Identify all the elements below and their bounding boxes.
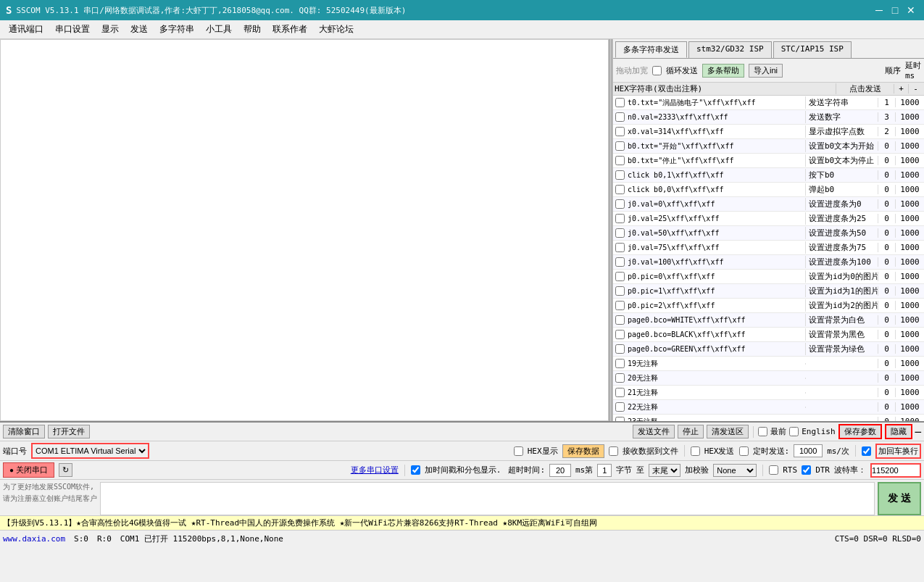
last-checkbox[interactable] <box>758 427 767 436</box>
multi-help-button[interactable]: 多条帮助 <box>702 64 744 78</box>
row-hex-20[interactable]: 21无注释 <box>626 387 805 399</box>
save-params-button[interactable]: 保存参数 <box>838 424 882 439</box>
row-checkbox-19[interactable] <box>613 373 626 383</box>
expand-icon[interactable]: ─ <box>915 426 921 438</box>
recv-to-file-checkbox[interactable] <box>609 446 618 456</box>
row-hex-10[interactable]: j0.val=75\xff\xff\xff <box>626 243 805 252</box>
send-button[interactable]: 发 送 <box>878 482 921 515</box>
row-checkbox-7[interactable] <box>613 199 626 209</box>
row-checkbox-0[interactable] <box>613 98 626 107</box>
row-hex-7[interactable]: j0.val=0\xff\xff\xff <box>626 199 805 209</box>
row-hex-1[interactable]: n0.val=2333\xff\xff\xff <box>626 112 805 122</box>
row-checkbox-9[interactable] <box>613 228 626 238</box>
row-hex-11[interactable]: j0.val=100\xff\xff\xff <box>626 257 805 267</box>
byte-start-input[interactable] <box>597 464 612 477</box>
menu-item-串口设置[interactable]: 串口设置 <box>49 21 96 38</box>
stop-button[interactable]: 停止 <box>678 425 704 438</box>
close-port-button[interactable]: ● 关闭串口 <box>3 462 54 478</box>
row-checkbox-18[interactable] <box>613 359 626 368</box>
menu-item-通讯端口[interactable]: 通讯端口 <box>3 21 49 38</box>
baud-input[interactable] <box>870 463 921 478</box>
row-checkbox-15[interactable] <box>613 315 626 325</box>
row-hex-13[interactable]: p0.pic=1\xff\xff\xff <box>626 286 805 296</box>
row-checkbox-13[interactable] <box>613 286 626 296</box>
row-hex-9[interactable]: j0.val=50\xff\xff\xff <box>626 228 805 238</box>
tab-stm32[interactable]: stm32/GD32 ISP <box>688 41 772 58</box>
row-checkbox-16[interactable] <box>613 330 626 339</box>
row-hex-3[interactable]: b0.txt="开始"\xff\xff\xff <box>626 141 805 152</box>
send-file-button[interactable]: 发送文件 <box>633 425 675 438</box>
row-hex-14[interactable]: p0.pic=2\xff\xff\xff <box>626 301 805 310</box>
row-checkbox-10[interactable] <box>613 243 626 252</box>
row-hex-18[interactable]: 19无注释 <box>626 358 805 370</box>
carriage-return-checkbox[interactable] <box>862 446 871 456</box>
row-checkbox-2[interactable] <box>613 127 626 136</box>
save-data-button[interactable]: 保存数据 <box>562 444 604 458</box>
row-hex-4[interactable]: b0.txt="停止"\xff\xff\xff <box>626 155 805 167</box>
row-checkbox-22[interactable] <box>613 417 626 421</box>
maximize-button[interactable]: □ <box>888 3 902 17</box>
row-checkbox-4[interactable] <box>613 156 626 165</box>
import-ini-button[interactable]: 导入ini <box>749 64 783 78</box>
col-minus[interactable]: - <box>908 84 923 93</box>
hide-button[interactable]: 隐藏 <box>885 424 912 439</box>
row-hex-6[interactable]: click b0,0\xff\xff\xff <box>626 185 805 194</box>
timed-send-checkbox[interactable] <box>739 446 749 456</box>
row-hex-0[interactable]: t0.txt="润晶驰电子"\xff\xff\xff <box>626 97 805 109</box>
timeout-input[interactable] <box>549 464 571 477</box>
row-hex-12[interactable]: p0.pic=0\xff\xff\xff <box>626 272 805 281</box>
timestamp-checkbox[interactable] <box>411 465 420 475</box>
tail-select[interactable]: 末尾 <box>649 464 680 477</box>
hex-display-checkbox[interactable] <box>514 446 523 456</box>
row-checkbox-14[interactable] <box>613 301 626 310</box>
tab-multi-string[interactable]: 多条字符串发送 <box>615 41 687 58</box>
english-checkbox[interactable] <box>789 427 799 436</box>
row-hex-2[interactable]: x0.val=314\xff\xff\xff <box>626 127 805 136</box>
row-hex-8[interactable]: j0.val=25\xff\xff\xff <box>626 214 805 223</box>
open-file-button[interactable]: 打开文件 <box>48 425 90 438</box>
row-hex-21[interactable]: 22无注释 <box>626 402 805 413</box>
s-count: S:0 <box>74 534 88 544</box>
dtr-checkbox[interactable] <box>802 465 811 475</box>
row-hex-16[interactable]: page0.bco=BLACK\xff\xff\xff <box>626 330 805 339</box>
col-click-send: 点击发送 <box>836 83 894 94</box>
hex-send-checkbox[interactable] <box>691 446 700 456</box>
rts-checkbox[interactable] <box>769 465 778 475</box>
row-hex-19[interactable]: 20无注释 <box>626 373 805 384</box>
tab-stc[interactable]: STC/IAP15 ISP <box>773 41 852 58</box>
row-checkbox-20[interactable] <box>613 388 626 397</box>
row-hex-5[interactable]: click b0,1\xff\xff\xff <box>626 170 805 180</box>
row-checkbox-3[interactable] <box>613 141 626 151</box>
clear-window-button[interactable]: 清除窗口 <box>3 425 45 438</box>
send-input[interactable] <box>100 482 875 515</box>
row-checkbox-6[interactable] <box>613 185 626 194</box>
clear-send-button[interactable]: 清发送区 <box>707 425 749 438</box>
row-hex-17[interactable]: page0.bco=GREEN\xff\xff\xff <box>626 344 805 354</box>
menu-item-联系作者[interactable]: 联系作者 <box>267 21 313 38</box>
website-link[interactable]: www.daxia.com <box>3 534 65 544</box>
port-select[interactable]: COM1 ELTIMA Virtual Serial <box>31 443 149 459</box>
row-checkbox-17[interactable] <box>613 344 626 354</box>
loop-send-checkbox[interactable] <box>652 66 662 75</box>
timed-ms-input[interactable] <box>794 444 823 457</box>
row-checkbox-1[interactable] <box>613 112 626 122</box>
row-checkbox-12[interactable] <box>613 272 626 281</box>
menu-item-小工具[interactable]: 小工具 <box>200 21 238 38</box>
row-checkbox-5[interactable] <box>613 170 626 180</box>
menu-item-帮助[interactable]: 帮助 <box>238 21 267 38</box>
menu-item-显示[interactable]: 显示 <box>96 21 125 38</box>
checksum-select[interactable]: None <box>713 464 757 477</box>
row-hex-22[interactable]: 23无注释 <box>626 416 805 422</box>
row-checkbox-11[interactable] <box>613 257 626 267</box>
col-plus[interactable]: + <box>894 84 908 93</box>
more-settings-label[interactable]: 更多串口设置 <box>351 465 399 475</box>
close-button[interactable]: ✕ <box>904 3 918 17</box>
minimize-button[interactable]: ─ <box>872 3 886 17</box>
row-checkbox-8[interactable] <box>613 214 626 223</box>
row-hex-15[interactable]: page0.bco=WHITE\xff\xff\xff <box>626 315 805 325</box>
menu-item-发送[interactable]: 发送 <box>125 21 154 38</box>
menu-item-多字符串[interactable]: 多字符串 <box>154 21 200 38</box>
row-checkbox-21[interactable] <box>613 402 626 412</box>
menu-item-大虾论坛[interactable]: 大虾论坛 <box>313 21 359 38</box>
refresh-ports-button[interactable]: ↻ <box>59 463 72 477</box>
